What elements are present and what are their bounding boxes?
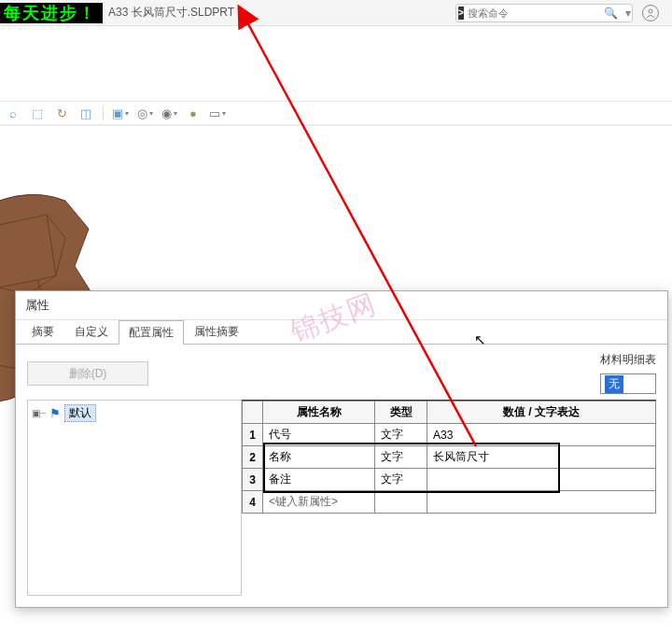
svg-point-0 (649, 9, 652, 13)
tree-label: 默认 (64, 404, 96, 422)
tab-property-summary[interactable]: 属性摘要 (184, 319, 249, 344)
cell-value[interactable]: A33 (427, 424, 656, 446)
rotate-view-icon[interactable]: ↻ (52, 104, 71, 122)
cell-type[interactable]: 文字 (375, 469, 427, 491)
properties-table[interactable]: 属性名称 类型 数值 / 文字表达 1 代号 文字 A33 2 名称 (242, 400, 656, 514)
view-toolbar: ⌕ ⬚ ↻ ◫ ▣ ◎ ◉ ● ▭ (0, 101, 672, 125)
hide-show-icon[interactable]: ◎ (135, 104, 154, 122)
ribbon-space (0, 26, 672, 101)
cell-type[interactable] (375, 491, 427, 514)
cell-name[interactable]: 代号 (263, 424, 375, 446)
properties-dialog: 属性 摘要 自定义 配置属性 属性摘要 删除(D) 材料明细表 无 ▣┈ (15, 290, 668, 608)
tree-node-default[interactable]: ▣┈ ⚑ 默认 (32, 404, 237, 422)
graphics-viewport[interactable]: 属性 摘要 自定义 配置属性 属性摘要 删除(D) 材料明细表 无 ▣┈ (0, 125, 672, 620)
tree-collapse-icon[interactable]: ▣┈ (32, 408, 46, 418)
zoom-area-icon[interactable]: ⬚ (28, 104, 47, 122)
cell-value[interactable] (427, 491, 656, 514)
command-search[interactable]: > 🔍 ▾ (455, 4, 633, 22)
table-row: 4 <键入新属性> (243, 491, 656, 514)
cell-value[interactable]: 长风筒尺寸 (427, 446, 656, 469)
dialog-title: 属性 (16, 291, 667, 320)
cell-type[interactable]: 文字 (375, 424, 427, 446)
appearance-icon[interactable]: ● (184, 104, 203, 122)
tab-summary[interactable]: 摘要 (21, 319, 64, 344)
dialog-tabs: 摘要 自定义 配置属性 属性摘要 (16, 320, 667, 345)
section-view-icon[interactable]: ◫ (77, 104, 95, 122)
col-rownum (243, 402, 263, 424)
tab-custom[interactable]: 自定义 (64, 319, 119, 344)
col-header-name: 属性名称 (263, 402, 375, 424)
table-row: 2 名称 文字 长风筒尺寸 (243, 446, 656, 469)
banner-text: 每天进步！ (0, 3, 103, 23)
cell-rownum: 2 (243, 446, 263, 469)
col-header-type: 类型 (375, 402, 427, 424)
delete-button[interactable]: 删除(D) (27, 361, 148, 386)
cell-rownum: 4 (243, 491, 263, 514)
cell-name[interactable]: 名称 (263, 446, 375, 469)
cell-name-new[interactable]: <键入新属性> (263, 491, 375, 514)
cell-rownum: 1 (243, 424, 263, 446)
config-tree[interactable]: ▣┈ ⚑ 默认 (27, 400, 242, 596)
tab-config-properties[interactable]: 配置属性 (119, 320, 184, 345)
view-settings-icon[interactable]: ▭ (208, 104, 227, 122)
search-input[interactable] (464, 7, 600, 19)
search-dropdown-icon[interactable]: ▾ (622, 7, 635, 20)
zoom-fit-icon[interactable]: ⌕ (4, 104, 22, 122)
cell-value[interactable] (427, 469, 656, 491)
search-icon[interactable]: 🔍 (600, 7, 622, 20)
title-bar: 每天进步！ A33 长风筒尺寸.SLDPRT * > 🔍 ▾ (0, 0, 672, 26)
table-row: 3 备注 文字 (243, 469, 656, 491)
document-title: A33 长风筒尺寸.SLDPRT * (108, 5, 242, 21)
col-header-value: 数值 / 文字表达 (427, 402, 656, 424)
scene-icon[interactable]: ◉ (160, 104, 178, 122)
bom-value: 无 (605, 375, 623, 393)
cell-rownum: 3 (243, 469, 263, 491)
cell-name[interactable]: 备注 (263, 469, 375, 491)
bom-label: 材料明细表 (600, 352, 656, 368)
display-style-icon[interactable]: ▣ (111, 104, 130, 122)
user-account-icon[interactable] (642, 5, 659, 21)
table-row: 1 代号 文字 A33 (243, 424, 656, 446)
bom-select[interactable]: 无 (600, 373, 656, 394)
flag-icon: ⚑ (49, 406, 61, 420)
cell-type[interactable]: 文字 (375, 446, 427, 469)
